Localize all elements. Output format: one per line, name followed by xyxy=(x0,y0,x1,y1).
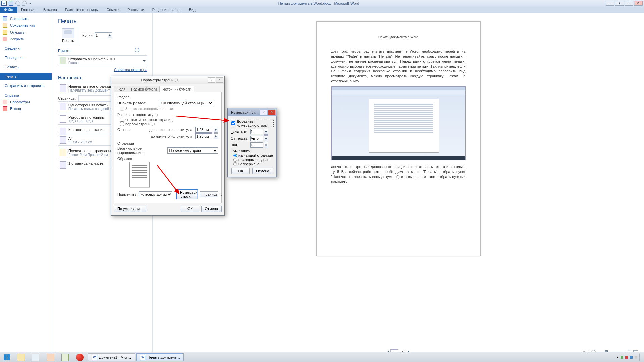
taskbar-word-doc1[interactable]: WДокумент1 - Micr… xyxy=(88,353,135,361)
qat-dropdown-icon[interactable] xyxy=(29,3,32,4)
tab-paper-source[interactable]: Источник бумаги xyxy=(159,86,194,92)
borders-button[interactable]: Границы… xyxy=(200,191,218,197)
nav-share[interactable]: Сохранить и отправить xyxy=(0,82,52,89)
from-text-label: От текста: xyxy=(231,136,249,140)
printer-properties-link[interactable]: Свойства принтера xyxy=(58,68,147,72)
nav-info[interactable]: Сведения xyxy=(0,45,52,52)
maximize-button[interactable]: ♦ xyxy=(615,1,624,6)
app-titlebar: W Печать документа в Word.docx - Microso… xyxy=(0,0,644,7)
papersize-icon xyxy=(60,136,66,144)
copies-input[interactable] xyxy=(95,32,108,38)
tab-insert[interactable]: Вставка xyxy=(39,7,61,13)
system-tray[interactable]: ▴ xyxy=(616,352,644,362)
oddeven-check[interactable] xyxy=(120,118,124,122)
redo-icon[interactable] xyxy=(22,1,27,6)
valign-select[interactable]: По верхнему краю xyxy=(167,147,218,154)
dialog-close-button[interactable]: ✕ xyxy=(268,110,275,115)
explorer-icon[interactable] xyxy=(13,352,28,362)
default-button[interactable]: По умолчанию xyxy=(114,206,146,212)
quick-access-toolbar xyxy=(9,1,32,6)
taskbar-word-doc2[interactable]: WПечать документ… xyxy=(136,353,184,361)
nav-help[interactable]: Справка xyxy=(0,92,52,99)
help-button[interactable]: ? xyxy=(260,110,267,115)
exit-icon xyxy=(3,106,7,111)
nav-recent[interactable]: Последние xyxy=(0,54,52,61)
nav-saveas[interactable]: Сохранить как xyxy=(0,22,52,29)
tray-icon[interactable] xyxy=(625,356,628,359)
dialog-close-button[interactable]: ✕ xyxy=(216,77,223,83)
save-icon[interactable] xyxy=(9,1,13,6)
tray-chevron-icon[interactable]: ▴ xyxy=(616,355,619,359)
line-numbers-button[interactable]: Нумерация строк… xyxy=(176,189,198,199)
tab-paper[interactable]: Размер бумаги xyxy=(128,86,160,92)
nav-print[interactable]: Печать xyxy=(0,73,52,80)
firstpage-check[interactable] xyxy=(120,122,124,126)
apply-to-select[interactable]: ко всему документу xyxy=(139,191,172,197)
spinner[interactable] xyxy=(264,135,268,141)
preview-page: Печать документа в Word Для того, чтобы … xyxy=(316,21,481,256)
print-heading: Печать xyxy=(58,18,152,25)
minimize-button[interactable]: — xyxy=(606,1,614,6)
restore-button[interactable]: ❐ xyxy=(625,1,633,6)
saveas-icon xyxy=(3,23,7,28)
nav-new[interactable]: Создать xyxy=(0,64,52,70)
ok-button[interactable]: ОК xyxy=(181,206,199,212)
notepad-icon[interactable] xyxy=(58,352,72,362)
add-numbering-check[interactable] xyxy=(231,121,235,125)
dialog-title: Нумерация ст… xyxy=(229,110,259,114)
header-distance-input[interactable] xyxy=(195,127,212,133)
tray-icon[interactable] xyxy=(621,356,623,359)
section-start-select[interactable]: Со следующей страницы xyxy=(160,100,213,106)
from-text-input[interactable] xyxy=(250,136,263,141)
radio-continuous[interactable] xyxy=(233,162,237,166)
footer-distance-input[interactable] xyxy=(195,133,212,139)
calculator-icon[interactable] xyxy=(28,352,43,362)
start-button[interactable] xyxy=(0,352,13,362)
spinner[interactable] xyxy=(264,142,268,148)
copies-spinner[interactable] xyxy=(108,32,112,38)
from-edge-label: От края: xyxy=(117,128,136,132)
tab-layout[interactable]: Разметка страницы xyxy=(61,7,103,13)
tray-icon[interactable] xyxy=(630,356,633,359)
help-button[interactable]: ? xyxy=(208,77,215,83)
paint-icon[interactable] xyxy=(43,352,58,362)
cancel-button[interactable]: Отмена xyxy=(201,206,222,212)
show-desktop-button[interactable] xyxy=(639,354,641,361)
print-preview: Печать документа в Word Для того, чтобы … xyxy=(153,13,644,356)
printer-dropdown[interactable]: Отправить в OneNote 2010 Готово xyxy=(58,55,147,66)
close-button[interactable]: ✕ xyxy=(634,1,643,6)
radio-each-page[interactable] xyxy=(233,154,237,157)
tab-margins[interactable]: Поля xyxy=(114,86,128,92)
spinner[interactable] xyxy=(214,133,218,139)
spinner[interactable] xyxy=(264,129,268,135)
group-section: Раздел xyxy=(117,95,218,99)
step-input[interactable] xyxy=(250,142,263,148)
opera-icon[interactable] xyxy=(72,352,87,362)
tray-icon[interactable] xyxy=(635,356,637,359)
suppress-endnotes-check xyxy=(120,107,124,111)
undo-icon[interactable] xyxy=(15,1,20,6)
tab-review[interactable]: Рецензирование xyxy=(148,7,185,13)
radio-each-section[interactable] xyxy=(233,158,237,162)
tab-mailings[interactable]: Рассылки xyxy=(123,7,148,13)
tab-file[interactable]: Файл xyxy=(0,7,17,13)
line-numbering-dialog: Нумерация ст… ? ✕ Добавить нумерацию стр… xyxy=(227,108,277,177)
nav-open[interactable]: Открыть xyxy=(0,29,52,36)
nav-close[interactable]: Закрыть xyxy=(0,36,52,42)
print-button[interactable]: Печать xyxy=(58,27,78,44)
section-start-label: ННачать раздел: xyxy=(117,101,158,105)
nav-options[interactable]: Параметры xyxy=(0,99,52,105)
pages-label: Страницы: xyxy=(58,96,76,100)
cancel-button[interactable]: Отмена xyxy=(252,168,273,174)
ok-button[interactable]: ОК xyxy=(231,168,250,174)
info-icon[interactable]: i xyxy=(135,48,139,52)
nav-save[interactable]: Сохранить xyxy=(0,15,52,22)
nav-exit[interactable]: Выход xyxy=(0,105,52,112)
valign-label: Вертикальное выравнивание: xyxy=(117,146,165,155)
start-at-input[interactable] xyxy=(250,129,263,134)
tab-references[interactable]: Ссылки xyxy=(103,7,124,13)
tab-home[interactable]: Главная xyxy=(17,7,39,13)
tab-view[interactable]: Вид xyxy=(185,7,200,13)
orientation-icon xyxy=(60,128,66,135)
spinner[interactable] xyxy=(214,127,218,133)
